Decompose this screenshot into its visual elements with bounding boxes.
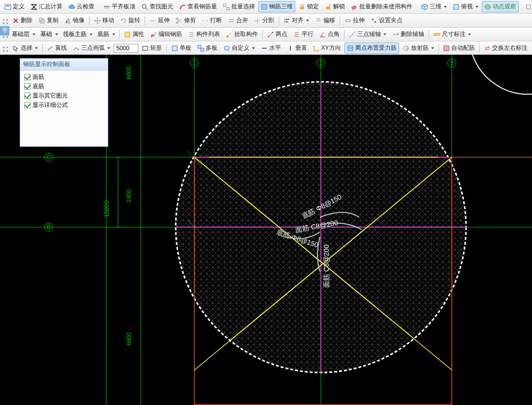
checkbox-icon[interactable] bbox=[24, 83, 31, 90]
line-button[interactable]: 直线 bbox=[44, 42, 69, 54]
3d-label: 三维 bbox=[430, 2, 441, 11]
cloud-button[interactable]: 云检查 bbox=[66, 1, 97, 12]
svg-rect-17 bbox=[527, 5, 531, 9]
extend-label: 延伸 bbox=[158, 16, 170, 25]
batchdel-button[interactable]: 批量删除未使用构件 bbox=[348, 1, 415, 12]
checkbox-icon[interactable] bbox=[24, 102, 31, 108]
vert-button[interactable]: 垂直 bbox=[284, 42, 310, 54]
split-button[interactable]: 分割 bbox=[251, 15, 277, 26]
svg-rect-81 bbox=[198, 45, 201, 48]
subtype-value: 底筋 bbox=[97, 30, 109, 38]
rebar-display-panel[interactable]: 钢筋显示控制面板 面筋 底筋 显示其它图元 显示详细公式 bbox=[20, 58, 108, 147]
dim-label: 尺寸标注 bbox=[442, 30, 466, 38]
findelem-button[interactable]: 查找图元 bbox=[139, 1, 176, 12]
svg-rect-7 bbox=[227, 7, 229, 10]
pick-button[interactable]: 拾取构件 bbox=[223, 29, 260, 40]
topview-button[interactable]: 俯视 bbox=[450, 1, 481, 12]
delete-button[interactable]: 删除 bbox=[10, 15, 35, 26]
chk-row-3[interactable]: 显示详细公式 bbox=[24, 101, 104, 110]
delaux-button[interactable]: 删除辅轴 bbox=[390, 29, 427, 40]
svg-point-4 bbox=[142, 4, 146, 8]
batchsel-button[interactable]: 批量选择 bbox=[220, 1, 257, 12]
rebar3d-button[interactable]: 钢筋三维 bbox=[258, 1, 295, 12]
xy-button[interactable]: XY方向 bbox=[311, 42, 344, 54]
toolbar-draw: 选择 直线 三点画弧 矩形 单板 多板 自定义 水平 垂直 XY方向 两点布置受… bbox=[0, 41, 532, 55]
chk-row-1[interactable]: 底筋 bbox=[24, 82, 104, 91]
svg-rect-64 bbox=[349, 36, 350, 37]
pick-label: 拾取构件 bbox=[234, 30, 258, 38]
rotate-button[interactable]: 旋转 bbox=[118, 15, 143, 26]
memberlist-button[interactable]: 构件列表 bbox=[186, 29, 222, 40]
copy-button[interactable]: 复制 bbox=[36, 15, 61, 26]
layer-dropdown[interactable]: 基础层 bbox=[10, 30, 37, 39]
extend-button[interactable]: 延伸 bbox=[147, 15, 172, 26]
merge-button[interactable]: 合并 bbox=[225, 15, 250, 26]
quickbar-tab[interactable]: 平 bbox=[0, 26, 9, 35]
horiz-button[interactable]: 水平 bbox=[258, 42, 283, 54]
checkbox-icon[interactable] bbox=[24, 93, 31, 99]
editrebar-button[interactable]: 编辑钢筋 bbox=[148, 29, 185, 40]
trim-button[interactable]: 修剪 bbox=[173, 15, 198, 26]
delaux-label: 删除辅轴 bbox=[401, 30, 424, 38]
angle-button[interactable]: 点角 bbox=[317, 29, 342, 40]
note-4: 面筋 C8@200 bbox=[322, 244, 331, 287]
sum-button[interactable]: 汇总计算 bbox=[28, 1, 65, 12]
rebar3d-icon bbox=[261, 3, 268, 10]
mirror-button[interactable]: 镜像 bbox=[62, 15, 87, 26]
break-button[interactable]: 打断 bbox=[199, 15, 224, 26]
dim-button[interactable]: 尺寸标注 bbox=[431, 29, 473, 40]
move-button[interactable]: 移动 bbox=[92, 15, 117, 26]
autorebar-button[interactable]: 自动配筋 bbox=[440, 42, 477, 54]
rect-button[interactable]: 矩形 bbox=[139, 42, 164, 54]
svg-line-5 bbox=[146, 8, 148, 10]
swaplr-button[interactable]: 交换左右标注 bbox=[481, 42, 530, 54]
toolbar-main: 定义 汇总计算 云检查 平齐板顶 查找图元 查看钢筋量 批量选择 钢筋三维 锁定… bbox=[0, 0, 532, 14]
viewrebar-button[interactable]: 查看钢筋量 bbox=[177, 1, 219, 12]
orbit-icon bbox=[484, 3, 491, 10]
arc3-button[interactable]: 三点画弧 bbox=[70, 42, 113, 54]
parallel-button[interactable]: 平行 bbox=[291, 29, 316, 40]
checkbox-icon[interactable] bbox=[24, 74, 31, 80]
rect-icon bbox=[142, 45, 149, 52]
setjig-button[interactable]: 设置夹点 bbox=[368, 15, 405, 26]
twopt-button[interactable]: 两点 bbox=[265, 29, 290, 40]
xy-label: XY方向 bbox=[321, 44, 341, 52]
extend-icon bbox=[150, 17, 156, 24]
offset-button[interactable]: 偏移 bbox=[313, 15, 338, 26]
value-input[interactable] bbox=[114, 44, 138, 53]
trim-icon bbox=[176, 17, 183, 24]
viewrebar-label: 查看钢筋量 bbox=[188, 2, 217, 11]
chk-row-2[interactable]: 显示其它图元 bbox=[24, 91, 104, 101]
subtype-dropdown[interactable]: 底筋 bbox=[95, 30, 117, 39]
local-button[interactable]: 局 bbox=[523, 1, 532, 12]
flattop-button[interactable]: 平齐板顶 bbox=[101, 1, 138, 12]
radial-button[interactable]: 放射筋 bbox=[400, 42, 437, 54]
select-button[interactable]: 选择 bbox=[10, 42, 40, 54]
svg-point-74 bbox=[3, 46, 5, 48]
chk-row-0[interactable]: 面筋 bbox=[24, 72, 104, 82]
single-icon bbox=[171, 45, 178, 52]
line-icon bbox=[47, 45, 54, 52]
line-label: 直线 bbox=[55, 44, 67, 52]
stretch-button[interactable]: 拉伸 bbox=[342, 15, 367, 26]
threeptaux-button[interactable]: 三点辅轴 bbox=[346, 29, 389, 40]
attr-button[interactable]: 属性 bbox=[122, 29, 147, 40]
multi-button[interactable]: 多板 bbox=[195, 42, 220, 54]
category-dropdown[interactable]: 基础 bbox=[38, 30, 60, 39]
unlock-button[interactable]: 解锁 bbox=[322, 1, 347, 12]
member-dropdown[interactable]: 筏板主筋 bbox=[61, 30, 94, 39]
dynview-button[interactable]: 动态观察 bbox=[482, 1, 519, 12]
twoptforce-button[interactable]: 两点布置受力筋 bbox=[344, 42, 399, 54]
arc3-label: 三点画弧 bbox=[81, 44, 105, 52]
define-icon bbox=[4, 3, 11, 10]
delete-icon bbox=[12, 17, 19, 24]
define-button[interactable]: 定义 bbox=[2, 1, 27, 12]
3d-button[interactable]: 三维 bbox=[419, 1, 449, 12]
move-icon bbox=[94, 17, 101, 24]
custom-button[interactable]: 自定义 bbox=[221, 42, 257, 54]
move-label: 移动 bbox=[102, 16, 114, 25]
align-button[interactable]: 对齐 bbox=[281, 15, 312, 26]
lock-button[interactable]: 锁定 bbox=[296, 1, 321, 12]
lock-icon bbox=[299, 3, 306, 10]
single-button[interactable]: 单板 bbox=[169, 42, 194, 54]
